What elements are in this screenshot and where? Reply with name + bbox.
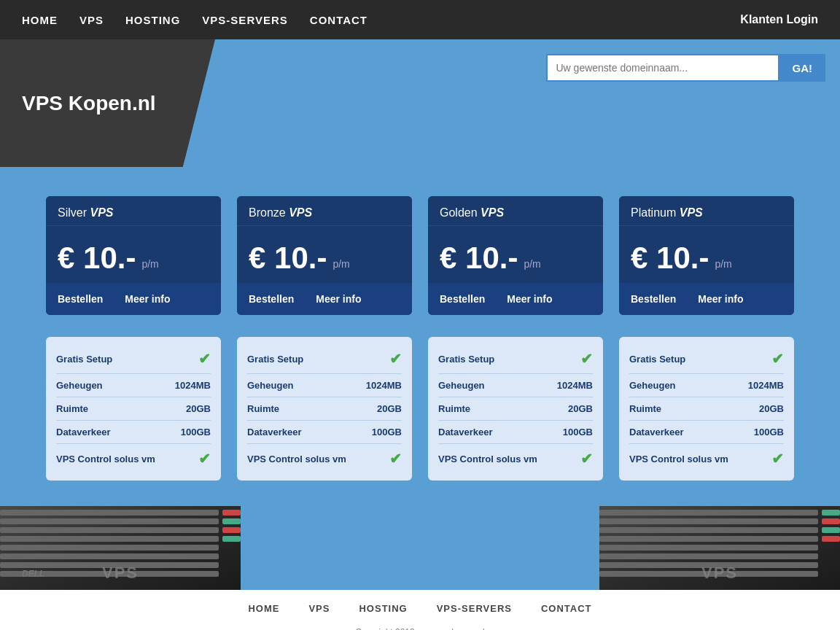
bronze-gratis-setup-label: Gratis Setup: [247, 354, 303, 365]
platinum-vps-control-check: ✔: [771, 450, 784, 467]
golden-pm: p/m: [524, 258, 540, 276]
silver-vps-control-check: ✔: [198, 450, 211, 467]
golden-plan-title: Golden VPS: [440, 206, 504, 219]
silver-plan-card: Silver VPS € 10.- p/m Bestellen Meer inf…: [46, 196, 221, 315]
silver-ruimte-value: 20GB: [186, 403, 211, 414]
platinum-card-header: Platinum VPS: [619, 196, 794, 226]
nav-vps[interactable]: VPS: [79, 14, 104, 26]
footer-nav-vps[interactable]: VPS: [308, 603, 330, 614]
golden-dataverkeer-value: 100GB: [563, 427, 593, 438]
bronze-bestellen-link[interactable]: Bestellen: [249, 293, 294, 305]
platinum-ruimte-value: 20GB: [759, 403, 784, 414]
server-rack-right: VPS: [599, 506, 840, 590]
platinum-geheugen-label: Geheugen: [629, 380, 676, 391]
golden-feature-dataverkeer: Dataverkeer 100GB: [438, 421, 593, 444]
features-section: Gratis Setup ✔ Geheugen 1024MB Ruimte 20…: [0, 337, 840, 502]
platinum-dataverkeer-label: Dataverkeer: [629, 427, 683, 438]
platinum-gratis-setup-label: Gratis Setup: [629, 354, 685, 365]
platinum-gratis-setup-check: ✔: [771, 350, 784, 368]
silver-feature-ruimte: Ruimte 20GB: [56, 397, 211, 421]
logo-text: VPS Kopen.nl: [22, 92, 156, 115]
bronze-gratis-setup-check: ✔: [389, 350, 402, 368]
bronze-feature-dataverkeer: Dataverkeer 100GB: [247, 421, 402, 444]
platinum-feature-geheugen: Geheugen 1024MB: [629, 374, 784, 397]
platinum-meer-info-link[interactable]: Meer info: [698, 293, 743, 305]
bronze-feature-ruimte: Ruimte 20GB: [247, 397, 402, 421]
golden-bestellen-link[interactable]: Bestellen: [440, 293, 485, 305]
silver-geheugen-label: Geheugen: [56, 380, 103, 391]
golden-price: € 10.-: [440, 241, 518, 276]
platinum-feature-vps-control: VPS Control solus vm ✔: [629, 444, 784, 473]
klanten-login-link[interactable]: Klanten Login: [740, 13, 818, 26]
silver-price: € 10.-: [58, 241, 136, 276]
silver-feature-vps-control: VPS Control solus vm ✔: [56, 444, 211, 473]
platinum-card-actions: Bestellen Meer info: [619, 283, 794, 315]
nav-contact[interactable]: CONTACT: [310, 14, 368, 26]
platinum-features-card: Gratis Setup ✔ Geheugen 1024MB Ruimte 20…: [619, 337, 794, 481]
domain-search-area: GA!: [215, 39, 840, 82]
bronze-card-actions: Bestellen Meer info: [237, 283, 412, 315]
golden-feature-ruimte: Ruimte 20GB: [438, 397, 593, 421]
golden-vps-control-check: ✔: [580, 450, 593, 467]
bronze-price: € 10.-: [249, 241, 327, 276]
platinum-bestellen-link[interactable]: Bestellen: [631, 293, 676, 305]
golden-meer-info-link[interactable]: Meer info: [507, 293, 552, 305]
bronze-price-area: € 10.- p/m: [237, 226, 412, 283]
golden-gratis-setup-check: ✔: [580, 350, 593, 368]
platinum-dataverkeer-value: 100GB: [754, 427, 784, 438]
golden-vps-control-label: VPS Control solus vm: [438, 454, 537, 464]
silver-dataverkeer-label: Dataverkeer: [56, 427, 110, 438]
golden-geheugen-value: 1024MB: [557, 380, 593, 391]
nav-vps-servers[interactable]: VPS-SERVERS: [202, 14, 287, 26]
domain-search-input[interactable]: [546, 54, 779, 82]
silver-pm: p/m: [141, 258, 158, 276]
silver-dataverkeer-value: 100GB: [181, 427, 211, 438]
bronze-meer-info-link[interactable]: Meer info: [316, 293, 361, 305]
silver-features-card: Gratis Setup ✔ Geheugen 1024MB Ruimte 20…: [46, 337, 221, 481]
silver-bestellen-link[interactable]: Bestellen: [58, 293, 103, 305]
silver-meer-info-link[interactable]: Meer info: [125, 293, 170, 305]
bottom-server-area: VPS DELL VPS: [0, 502, 840, 590]
golden-plan-card: Golden VPS € 10.- p/m Bestellen Meer inf…: [428, 196, 603, 315]
pricing-section: Silver VPS € 10.- p/m Bestellen Meer inf…: [0, 174, 840, 337]
platinum-geheugen-value: 1024MB: [748, 380, 784, 391]
golden-features-card: Gratis Setup ✔ Geheugen 1024MB Ruimte 20…: [428, 337, 603, 481]
silver-ruimte-label: Ruimte: [56, 403, 88, 414]
golden-price-area: € 10.- p/m: [428, 226, 603, 283]
bronze-feature-geheugen: Geheugen 1024MB: [247, 374, 402, 397]
nav-home[interactable]: HOME: [22, 14, 58, 26]
golden-dataverkeer-label: Dataverkeer: [438, 427, 492, 438]
golden-geheugen-label: Geheugen: [438, 380, 485, 391]
nav-hosting[interactable]: HOSTING: [125, 14, 180, 26]
footer-nav-hosting[interactable]: HOSTING: [359, 603, 407, 614]
platinum-ruimte-label: Ruimte: [629, 403, 661, 414]
footer-nav-home[interactable]: HOME: [248, 603, 279, 614]
bronze-feature-gratis-setup: Gratis Setup ✔: [247, 344, 402, 374]
golden-card-actions: Bestellen Meer info: [428, 283, 603, 315]
silver-vps-control-label: VPS Control solus vm: [56, 454, 155, 464]
platinum-feature-dataverkeer: Dataverkeer 100GB: [629, 421, 784, 444]
bronze-geheugen-value: 1024MB: [366, 380, 402, 391]
platinum-feature-ruimte: Ruimte 20GB: [629, 397, 784, 421]
footer-nav-vps-servers[interactable]: VPS-SERVERS: [437, 603, 512, 614]
bronze-card-header: Bronze VPS: [237, 196, 412, 226]
platinum-pm: p/m: [715, 258, 731, 276]
bronze-plan-card: Bronze VPS € 10.- p/m Bestellen Meer inf…: [237, 196, 412, 315]
silver-feature-geheugen: Geheugen 1024MB: [56, 374, 211, 397]
bronze-pm: p/m: [332, 258, 349, 276]
platinum-plan-title: Platinum VPS: [631, 206, 703, 219]
nav-links: HOME VPS HOSTING VPS-SERVERS CONTACT: [22, 14, 368, 26]
footer-nav-contact[interactable]: CONTACT: [541, 603, 592, 614]
platinum-price-area: € 10.- p/m: [619, 226, 794, 283]
golden-card-header: Golden VPS: [428, 196, 603, 226]
header-area: VPS Kopen.nl GA!: [0, 39, 840, 174]
domain-go-button[interactable]: GA!: [779, 54, 826, 82]
footer-nav: HOME VPS HOSTING VPS-SERVERS CONTACT: [0, 590, 840, 627]
silver-gratis-setup-label: Gratis Setup: [56, 354, 112, 365]
bronze-dataverkeer-value: 100GB: [372, 427, 402, 438]
bronze-vps-control-check: ✔: [389, 450, 402, 467]
silver-geheugen-value: 1024MB: [175, 380, 211, 391]
bronze-ruimte-value: 20GB: [377, 403, 402, 414]
silver-price-area: € 10.- p/m: [46, 226, 221, 283]
platinum-vps-control-label: VPS Control solus vm: [629, 454, 728, 464]
